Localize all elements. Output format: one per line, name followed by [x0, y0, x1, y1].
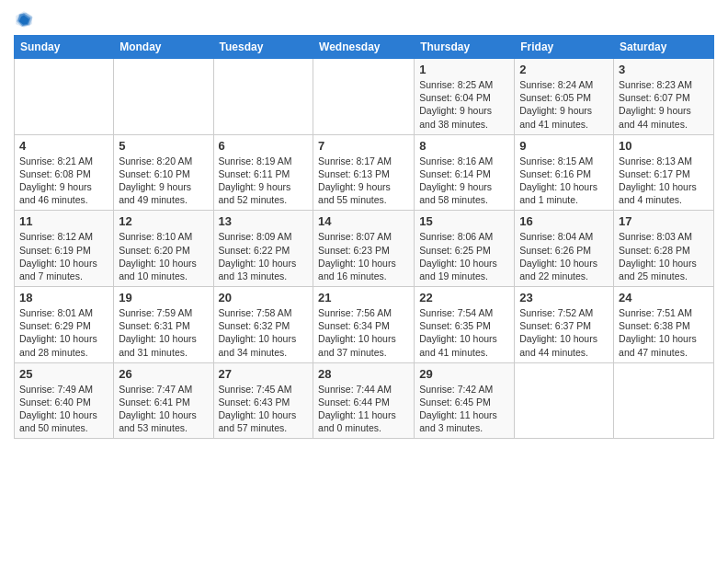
calendar-cell: 27Sunrise: 7:45 AM Sunset: 6:43 PM Dayli… [213, 362, 313, 439]
day-info: Sunrise: 8:24 AM Sunset: 6:05 PM Dayligh… [519, 78, 609, 131]
weekday-header-monday: Monday [114, 36, 213, 59]
day-info: Sunrise: 8:03 AM Sunset: 6:28 PM Dayligh… [619, 230, 709, 282]
calendar-cell [114, 59, 213, 135]
calendar-cell: 29Sunrise: 7:42 AM Sunset: 6:45 PM Dayli… [415, 362, 515, 439]
day-info: Sunrise: 8:10 AM Sunset: 6:20 PM Dayligh… [119, 230, 208, 282]
calendar-cell: 22Sunrise: 7:54 AM Sunset: 6:35 PM Dayli… [415, 287, 515, 363]
day-info: Sunrise: 8:21 AM Sunset: 6:08 PM Dayligh… [19, 155, 108, 207]
day-number: 20 [219, 291, 309, 304]
day-number: 27 [219, 367, 309, 381]
day-number: 16 [519, 214, 609, 228]
calendar-week-row: 18Sunrise: 8:01 AM Sunset: 6:29 PM Dayli… [15, 287, 714, 363]
calendar-body: 1Sunrise: 8:25 AM Sunset: 6:04 PM Daylig… [15, 59, 714, 439]
day-info: Sunrise: 7:45 AM Sunset: 6:43 PM Dayligh… [219, 383, 309, 435]
calendar-week-row: 1Sunrise: 8:25 AM Sunset: 6:04 PM Daylig… [15, 59, 714, 135]
day-number: 25 [19, 367, 108, 381]
calendar-cell [313, 59, 415, 135]
day-info: Sunrise: 7:58 AM Sunset: 6:32 PM Dayligh… [219, 306, 309, 359]
day-number: 3 [619, 63, 709, 76]
calendar-cell: 21Sunrise: 7:56 AM Sunset: 6:34 PM Dayli… [313, 287, 415, 363]
calendar-cell: 2Sunrise: 8:24 AM Sunset: 6:05 PM Daylig… [515, 59, 614, 135]
day-number: 8 [419, 139, 509, 153]
day-number: 15 [419, 214, 509, 228]
calendar-cell [515, 362, 614, 439]
day-number: 19 [119, 291, 208, 304]
calendar-cell: 28Sunrise: 7:44 AM Sunset: 6:44 PM Dayli… [313, 362, 415, 439]
calendar-cell: 12Sunrise: 8:10 AM Sunset: 6:20 PM Dayli… [114, 211, 213, 287]
weekday-header-friday: Friday [515, 36, 614, 59]
calendar-table: SundayMondayTuesdayWednesdayThursdayFrid… [14, 35, 714, 439]
calendar-cell: 24Sunrise: 7:51 AM Sunset: 6:38 PM Dayli… [614, 287, 714, 363]
day-number: 24 [619, 291, 709, 304]
day-number: 14 [318, 214, 409, 228]
day-info: Sunrise: 8:07 AM Sunset: 6:23 PM Dayligh… [318, 230, 409, 282]
day-number: 13 [219, 214, 309, 228]
day-info: Sunrise: 7:59 AM Sunset: 6:31 PM Dayligh… [119, 306, 208, 359]
weekday-header-sunday: Sunday [15, 36, 114, 59]
calendar-cell: 13Sunrise: 8:09 AM Sunset: 6:22 PM Dayli… [213, 211, 313, 287]
calendar-cell: 5Sunrise: 8:20 AM Sunset: 6:10 PM Daylig… [114, 134, 213, 211]
day-info: Sunrise: 7:51 AM Sunset: 6:38 PM Dayligh… [619, 306, 709, 359]
calendar-cell: 6Sunrise: 8:19 AM Sunset: 6:11 PM Daylig… [213, 134, 313, 211]
day-number: 12 [119, 214, 208, 228]
day-info: Sunrise: 8:20 AM Sunset: 6:10 PM Dayligh… [119, 155, 208, 207]
day-number: 17 [619, 214, 709, 228]
calendar-cell: 14Sunrise: 8:07 AM Sunset: 6:23 PM Dayli… [313, 211, 415, 287]
calendar-cell: 10Sunrise: 8:13 AM Sunset: 6:17 PM Dayli… [614, 134, 714, 211]
day-info: Sunrise: 7:42 AM Sunset: 6:45 PM Dayligh… [419, 383, 509, 435]
logo [14, 9, 38, 29]
day-number: 6 [219, 139, 309, 153]
day-number: 2 [519, 63, 609, 76]
day-info: Sunrise: 8:13 AM Sunset: 6:17 PM Dayligh… [619, 155, 709, 207]
day-info: Sunrise: 8:23 AM Sunset: 6:07 PM Dayligh… [619, 78, 709, 131]
day-info: Sunrise: 8:06 AM Sunset: 6:25 PM Dayligh… [419, 230, 509, 282]
day-info: Sunrise: 8:17 AM Sunset: 6:13 PM Dayligh… [318, 155, 409, 207]
calendar-cell: 16Sunrise: 8:04 AM Sunset: 6:26 PM Dayli… [515, 211, 614, 287]
day-info: Sunrise: 8:04 AM Sunset: 6:26 PM Dayligh… [519, 230, 609, 282]
day-number: 4 [19, 139, 108, 153]
calendar-cell: 18Sunrise: 8:01 AM Sunset: 6:29 PM Dayli… [15, 287, 114, 363]
day-number: 9 [519, 139, 609, 153]
calendar-cell: 4Sunrise: 8:21 AM Sunset: 6:08 PM Daylig… [15, 134, 114, 211]
header [14, 9, 714, 29]
day-number: 7 [318, 139, 409, 153]
day-info: Sunrise: 7:54 AM Sunset: 6:35 PM Dayligh… [419, 306, 509, 359]
calendar-cell [614, 362, 714, 439]
weekday-header-row: SundayMondayTuesdayWednesdayThursdayFrid… [15, 36, 714, 59]
day-info: Sunrise: 8:12 AM Sunset: 6:19 PM Dayligh… [19, 230, 108, 282]
calendar-cell: 9Sunrise: 8:15 AM Sunset: 6:16 PM Daylig… [515, 134, 614, 211]
weekday-header-tuesday: Tuesday [213, 36, 313, 59]
calendar-cell: 23Sunrise: 7:52 AM Sunset: 6:37 PM Dayli… [515, 287, 614, 363]
calendar-page: SundayMondayTuesdayWednesdayThursdayFrid… [0, 0, 728, 448]
calendar-cell [15, 59, 114, 135]
calendar-week-row: 25Sunrise: 7:49 AM Sunset: 6:40 PM Dayli… [15, 362, 714, 439]
day-info: Sunrise: 7:49 AM Sunset: 6:40 PM Dayligh… [19, 383, 108, 435]
calendar-cell: 25Sunrise: 7:49 AM Sunset: 6:40 PM Dayli… [15, 362, 114, 439]
calendar-cell: 1Sunrise: 8:25 AM Sunset: 6:04 PM Daylig… [415, 59, 515, 135]
calendar-cell: 26Sunrise: 7:47 AM Sunset: 6:41 PM Dayli… [114, 362, 213, 439]
weekday-header-saturday: Saturday [614, 36, 714, 59]
day-number: 11 [19, 214, 108, 228]
day-number: 26 [119, 367, 208, 381]
day-info: Sunrise: 7:52 AM Sunset: 6:37 PM Dayligh… [519, 306, 609, 359]
day-info: Sunrise: 7:44 AM Sunset: 6:44 PM Dayligh… [318, 383, 409, 435]
day-number: 22 [419, 291, 509, 304]
day-info: Sunrise: 8:01 AM Sunset: 6:29 PM Dayligh… [19, 306, 108, 359]
weekday-header-wednesday: Wednesday [313, 36, 415, 59]
calendar-week-row: 11Sunrise: 8:12 AM Sunset: 6:19 PM Dayli… [15, 211, 714, 287]
calendar-cell: 19Sunrise: 7:59 AM Sunset: 6:31 PM Dayli… [114, 287, 213, 363]
day-number: 21 [318, 291, 409, 304]
calendar-cell: 8Sunrise: 8:16 AM Sunset: 6:14 PM Daylig… [415, 134, 515, 211]
calendar-cell: 17Sunrise: 8:03 AM Sunset: 6:28 PM Dayli… [614, 211, 714, 287]
calendar-cell: 15Sunrise: 8:06 AM Sunset: 6:25 PM Dayli… [415, 211, 515, 287]
day-info: Sunrise: 7:56 AM Sunset: 6:34 PM Dayligh… [318, 306, 409, 359]
day-number: 23 [519, 291, 609, 304]
calendar-cell: 11Sunrise: 8:12 AM Sunset: 6:19 PM Dayli… [15, 211, 114, 287]
calendar-cell: 7Sunrise: 8:17 AM Sunset: 6:13 PM Daylig… [313, 134, 415, 211]
day-info: Sunrise: 8:19 AM Sunset: 6:11 PM Dayligh… [219, 155, 309, 207]
calendar-header: SundayMondayTuesdayWednesdayThursdayFrid… [15, 36, 714, 59]
day-info: Sunrise: 8:16 AM Sunset: 6:14 PM Dayligh… [419, 155, 509, 207]
calendar-cell: 20Sunrise: 7:58 AM Sunset: 6:32 PM Dayli… [213, 287, 313, 363]
day-info: Sunrise: 7:47 AM Sunset: 6:41 PM Dayligh… [119, 383, 208, 435]
day-number: 10 [619, 139, 709, 153]
